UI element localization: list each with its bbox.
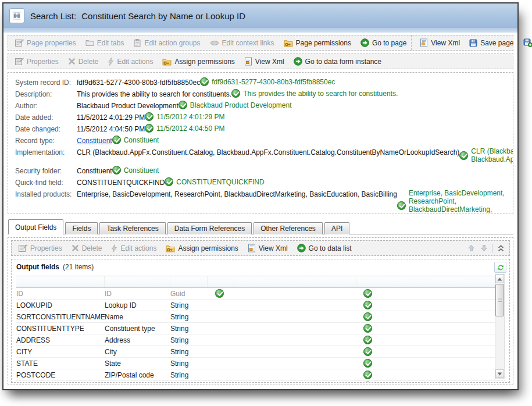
installed-check-icon: [145, 124, 153, 133]
installed-check-icon: [200, 77, 209, 86]
toolbar-button[interactable]: Edit actions: [106, 243, 161, 254]
cell-field-id: POSTCODE: [16, 371, 105, 379]
property-value: Enterprise, BasicDevelopment, ResearchPo…: [77, 190, 397, 198]
vertical-scrollbar[interactable]: [495, 274, 505, 379]
refresh-button[interactable]: [494, 262, 506, 273]
delete-x-icon: [68, 58, 76, 65]
property-row: Security folder: Constituent Constituent…: [15, 167, 506, 175]
cell-caption: City: [105, 348, 170, 356]
titlebar-accent-strip: [3, 28, 517, 33]
cell-caption: Address: [105, 336, 170, 344]
installed-check-icon: [145, 112, 153, 121]
scroll-down-button[interactable]: [495, 369, 504, 378]
table-row[interactable]: [16, 381, 505, 383]
toolbar-button[interactable]: Page properties: [10, 38, 81, 48]
tab-label: Task References: [106, 225, 158, 233]
toolbar-button[interactable]: Go to page: [356, 37, 411, 48]
column-header[interactable]: [356, 276, 505, 287]
table-row[interactable]: ID ID Guid: [16, 288, 505, 300]
cell-installed: [356, 347, 505, 356]
page-title: Constituent Search by Name or Lookup ID: [81, 11, 245, 21]
table-row[interactable]: SORTCONSTITUENTNAME Name String: [16, 311, 505, 323]
properties-panel: System record ID: fdf9d631-5277-4300-80b…: [8, 72, 513, 213]
installed-check-icon: [363, 371, 372, 379]
page-toolbar: Page properties Edit tabs Edit action gr…: [8, 35, 513, 51]
column-header[interactable]: [170, 276, 208, 287]
toolbar-button[interactable]: Properties: [10, 56, 63, 67]
property-value: CLR (Blackbaud.AppFx.Constituent.Catalog…: [77, 148, 459, 156]
toolbar-button[interactable]: Save page: [465, 38, 518, 48]
installed-check-icon: [363, 312, 372, 321]
installed-check-icon: [363, 301, 372, 309]
move-down-button[interactable]: [477, 243, 490, 254]
property-value: 11/5/2012 4:04:50 PM: [77, 125, 145, 133]
column-header[interactable]: [234, 276, 356, 287]
tab[interactable]: Output Fields: [8, 219, 63, 234]
folder-plain-icon: [85, 39, 94, 47]
grid-toolbar: Properties Delete Edit actions Assign pe…: [11, 240, 510, 256]
installed-value: CONSTITUENTQUICKFIND: [176, 178, 264, 186]
tab[interactable]: API: [324, 222, 349, 234]
toolbar-button[interactable]: View Xml: [240, 56, 289, 67]
form-properties-icon: [15, 58, 24, 66]
column-header[interactable]: [105, 276, 170, 287]
move-up-button[interactable]: [465, 243, 477, 254]
toolbar-button[interactable]: Load page: [519, 37, 532, 48]
property-label: Security folder:: [15, 167, 77, 175]
toolbar-button[interactable]: Go to data form instance: [289, 56, 386, 67]
table-row[interactable]: ADDRESS Address String: [16, 334, 505, 346]
installed-check-icon: [178, 101, 187, 109]
toolbar-button[interactable]: Edit tabs: [81, 38, 129, 48]
table-row[interactable]: CONSTITUENTTYPE Constituent type String: [16, 323, 505, 334]
toolbar-button[interactable]: Delete: [63, 56, 103, 67]
property-value: CONSTITUENTQUICKFIND: [77, 179, 165, 187]
toolbar-button[interactable]: Assign permissions: [161, 243, 242, 254]
grid-title-text: Output fields: [16, 263, 59, 271]
tab[interactable]: Data Form References: [167, 222, 252, 234]
toolbar-button[interactable]: Delete: [67, 243, 107, 254]
property-row: Author: Blackbaud Product Development Bl…: [15, 102, 506, 110]
table-row[interactable]: CITY City String: [16, 346, 505, 358]
property-value: Blackbaud Product Development: [77, 102, 178, 110]
scrollbar-thumb[interactable]: [495, 284, 504, 316]
cell-installed: [356, 381, 505, 383]
tab[interactable]: Other References: [253, 222, 323, 234]
property-label: Author:: [15, 102, 77, 110]
collapse-button[interactable]: [494, 243, 507, 254]
cell-data-type: String: [170, 301, 208, 309]
toolbar-button[interactable]: Properties: [14, 243, 67, 254]
cell-field-id: ADDRESS: [16, 336, 105, 344]
table-row[interactable]: STATE State String: [16, 358, 505, 369]
toolbar-button[interactable]: View Xml: [411, 35, 465, 50]
installed-value: Blackbaud Product Development: [190, 101, 292, 109]
cell-hidden: [208, 289, 234, 298]
toolbar-button[interactable]: Edit action groups: [128, 38, 205, 48]
cell-field-id: CONSTITUENTTYPE: [16, 325, 105, 333]
column-header[interactable]: [16, 276, 105, 287]
cell-data-type: String: [170, 325, 208, 333]
toolbar-button-label: Page permissions: [296, 39, 351, 47]
record-type-link[interactable]: Constituent: [77, 137, 112, 145]
toolbar-button[interactable]: Edit actions: [103, 56, 158, 67]
installed-check-icon: [459, 151, 468, 160]
toolbar-button[interactable]: Edit context links: [205, 38, 279, 48]
toolbar-button[interactable]: Go to data list: [292, 243, 356, 254]
cell-field-id: CITY: [16, 348, 105, 356]
toolbar-button-label: Go to data list: [309, 244, 352, 252]
toolbar-button[interactable]: Assign permissions: [158, 56, 239, 67]
property-label: Date added:: [15, 113, 77, 122]
table-row[interactable]: LOOKUPID Lookup ID String: [16, 300, 505, 311]
toolbar-separator: [492, 244, 492, 253]
table-row[interactable]: POSTCODE ZIP/Postal code String: [16, 369, 505, 381]
toolbar-button-label: Go to page: [372, 39, 406, 47]
scroll-up-button[interactable]: [495, 275, 504, 283]
column-header[interactable]: [208, 276, 234, 287]
folder-key-icon: [166, 244, 175, 252]
tab[interactable]: Fields: [65, 222, 98, 234]
property-label: Installed products:: [15, 190, 77, 198]
cell-hidden: [208, 347, 234, 356]
toolbar-button[interactable]: View Xml: [243, 243, 292, 254]
cell-installed: [356, 336, 505, 344]
toolbar-button[interactable]: Page permissions: [279, 38, 356, 48]
tab[interactable]: Task References: [99, 222, 165, 234]
